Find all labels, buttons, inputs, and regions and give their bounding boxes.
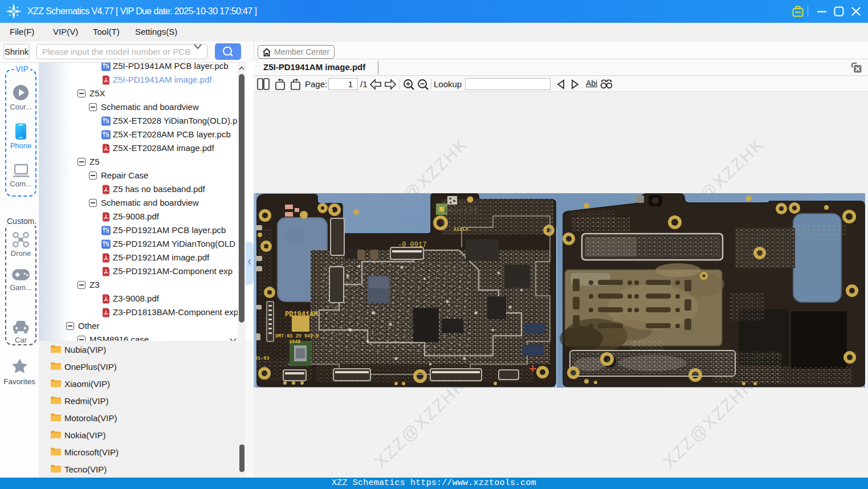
svg-text:-0 0917: -0 0917 [398,241,426,249]
svg-text:321LA: 321LA [453,227,469,233]
svg-text:1948: 1948 [289,339,300,345]
svg-text:PD1941AM: PD1941AM [285,311,318,319]
svg-text:01-03: 01-03 [255,356,270,361]
svg-text:082/161: 082/161 [445,206,478,215]
svg-text:UMT-KS 2V 94V-0: UMT-KS 2V 94V-0 [275,333,319,339]
